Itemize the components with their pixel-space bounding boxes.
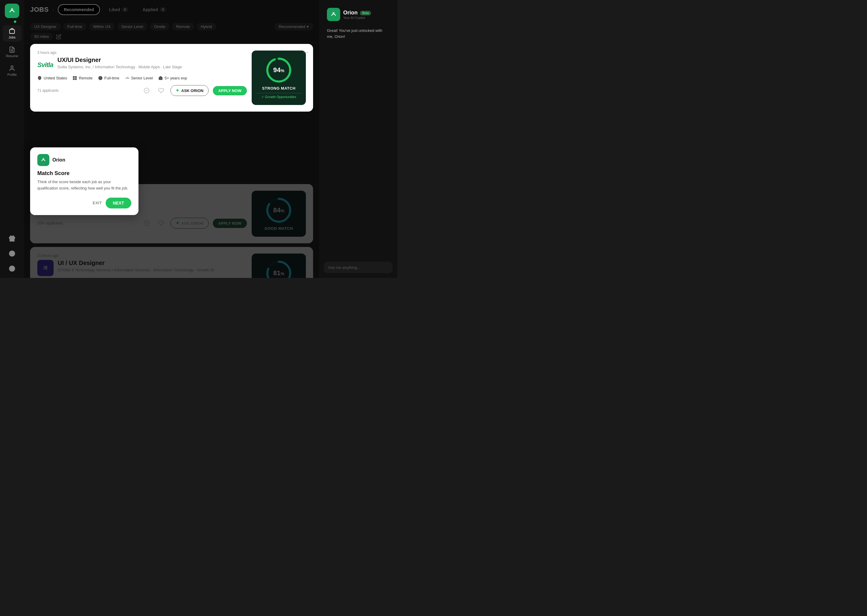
svg-point-12: [39, 77, 40, 78]
svg-point-11: [333, 12, 335, 14]
job1-worktype: Remote: [73, 76, 93, 80]
svg-rect-18: [159, 77, 162, 80]
sidebar: Jobs Resume Profile: [0, 0, 24, 278]
sidebar-item-profile[interactable]: Profile: [2, 63, 22, 79]
beta-badge: Beta: [360, 11, 371, 15]
orion-subtitle: Your AI Copilot: [343, 16, 371, 20]
orion-input-placeholder: Ask me anything...: [328, 265, 360, 270]
tooltip-next-button[interactable]: NEXT: [106, 198, 131, 209]
job1-more-button[interactable]: ···: [303, 49, 308, 56]
svg-rect-16: [73, 79, 74, 80]
orion-header: Orion Beta Your AI Copilot: [324, 5, 393, 24]
svg-rect-14: [75, 76, 76, 78]
svg-rect-15: [75, 79, 76, 80]
job-card-1: 3 hours ago Svitla UX/UI Designer Svitla…: [30, 44, 313, 112]
app-logo[interactable]: [5, 4, 19, 18]
sidebar-item-jobs-label: Jobs: [8, 36, 15, 39]
gift-icon-button[interactable]: [6, 233, 18, 244]
svg-rect-13: [73, 76, 74, 78]
tooltip-exit-button[interactable]: EXIT: [93, 201, 102, 205]
orion-name: Orion: [343, 9, 358, 16]
job1-match-circle: 94%: [265, 57, 292, 83]
job1-company: Svitla Systems, Inc. / Information Techn…: [57, 64, 182, 69]
orion-input-area[interactable]: Ask me anything...: [324, 262, 393, 273]
job1-match-label: STRONG MATCH: [262, 86, 295, 91]
orion-avatar: [327, 8, 340, 21]
jobs-notification-dot: [14, 20, 16, 23]
first-job-card-wrapper: 3 hours ago Svitla UX/UI Designer Svitla…: [24, 39, 319, 120]
tooltip-orion-avatar: [37, 154, 49, 166]
sidebar-item-jobs[interactable]: Jobs: [2, 25, 22, 41]
job1-title: UX/UI Designer: [57, 57, 182, 63]
sidebar-item-resume-label: Resume: [6, 54, 18, 58]
job1-dislike-button[interactable]: [142, 85, 152, 96]
svg-point-4: [11, 66, 13, 68]
orion-panel: Orion Beta Your AI Copilot Great! You've…: [319, 0, 397, 278]
svg-point-34: [43, 158, 44, 160]
job1-experience: 5+ years exp: [158, 76, 187, 80]
job1-apply-button[interactable]: APPLY NOW: [213, 86, 247, 95]
sidebar-item-resume[interactable]: Resume: [2, 44, 22, 60]
match-score-tooltip: Orion Match Score Think of the score bes…: [30, 148, 139, 215]
sidebar-item-profile-label: Profile: [7, 73, 17, 76]
job1-time: 3 hours ago: [37, 50, 247, 55]
job1-ask-orion-button[interactable]: ✦ ASK ORION: [170, 85, 209, 96]
svg-rect-1: [9, 30, 15, 33]
job1-match-sub: ✓ Growth Opportunities: [255, 93, 302, 99]
job1-company-logo: Svitla: [37, 61, 53, 69]
help-icon-button[interactable]: [6, 248, 18, 259]
job1-level: Senior Level: [125, 76, 153, 80]
back-icon-button[interactable]: [6, 263, 18, 274]
tooltip-title: Match Score: [37, 170, 131, 176]
job1-applicants: 71 applicants: [37, 88, 137, 93]
job1-match-panel: 94% STRONG MATCH ✓ Growth Opportunities: [252, 50, 306, 105]
tooltip-orion-name: Orion: [52, 157, 65, 163]
job1-like-button[interactable]: [156, 85, 166, 96]
svg-point-0: [11, 8, 13, 10]
job1-employment: Full-time: [98, 76, 120, 80]
tooltip-body: Think of the score beside each job as yo…: [37, 179, 131, 192]
orion-message: Great! You've just unlocked with me, Ori…: [324, 28, 393, 39]
job1-location: United States: [37, 76, 67, 80]
sidebar-bottom: [6, 233, 18, 274]
